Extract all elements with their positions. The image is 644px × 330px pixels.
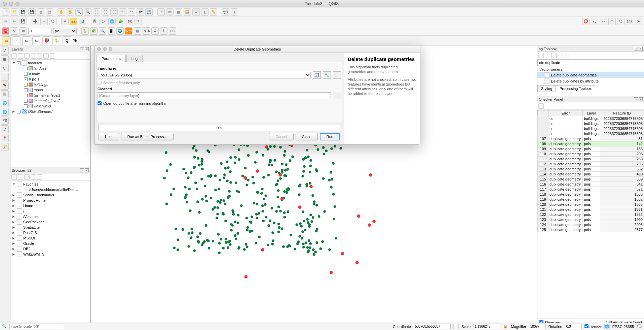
filter-legend-icon[interactable] <box>31 53 36 59</box>
add-vector-icon[interactable]: V <box>1 46 9 55</box>
expression-icon[interactable]: 👹 <box>42 36 51 45</box>
table-row[interactable]: 117duplicate geometrypois571 <box>538 187 644 192</box>
table-row[interactable]: osbuildings-9223372036854775808 <box>538 131 644 136</box>
save-icon[interactable]: 💾 <box>20 8 27 16</box>
add-browser-icon[interactable] <box>11 174 17 180</box>
cursor-icon[interactable]: ➤ <box>635 18 642 25</box>
layers-tree[interactable]: ▼✓module8 landusepofw✓poisbuildingsroads… <box>10 60 90 167</box>
table-row[interactable]: 116duplicate geometrypois541 <box>538 182 644 187</box>
add-arcgis-icon[interactable]: 🗺 <box>1 117 9 125</box>
browser-item[interactable]: ▶/ <box>11 208 89 214</box>
rot-value[interactable] <box>565 324 582 329</box>
diagram-icon[interactable]: 📊 <box>79 18 86 25</box>
layer-item[interactable]: ✓pois <box>11 76 89 82</box>
curve-icon[interactable]: 〰 <box>600 18 607 25</box>
plugins-icon[interactable]: 🧩 <box>90 27 98 35</box>
advanced-icon[interactable]: 🔧 <box>323 71 331 79</box>
browser-item[interactable]: /Users/codrinamariailie/Des… <box>11 187 89 192</box>
tab-log[interactable]: Log <box>126 55 143 62</box>
grid-tool-icon[interactable]: ▦ <box>134 27 141 35</box>
undock-icon[interactable]: ▫ <box>80 168 84 172</box>
browser-item[interactable]: ▼Favorites <box>11 182 89 187</box>
refresh-browser-icon[interactable] <box>18 174 23 180</box>
browser-item[interactable]: ▶Home <box>11 203 89 208</box>
crs-label[interactable]: EPSG:28355 <box>612 325 634 329</box>
save-as-icon[interactable]: 💾 <box>28 8 36 16</box>
table-row[interactable]: 121duplicate geometrypois1561 <box>538 207 644 212</box>
osm-icon[interactable]: 🗺 <box>126 18 133 25</box>
close-button[interactable]: Close <box>296 133 318 140</box>
browser-item[interactable]: ▶GeoPackage <box>11 219 89 225</box>
batch-button[interactable]: Run as Batch Process... <box>121 133 174 140</box>
zoom-out-icon[interactable]: 🔍 <box>84 8 91 16</box>
wms-icon[interactable]: 🌐 <box>108 18 116 25</box>
expression-build-icon[interactable]: 🐍 <box>52 36 61 45</box>
close-panel-icon[interactable]: × <box>639 47 643 51</box>
tab-styling[interactable]: Styling <box>537 85 556 92</box>
table-row[interactable]: 123duplicate geometrypois1999 <box>538 217 644 222</box>
run-button[interactable]: Run <box>320 133 340 140</box>
table-row[interactable]: osbuildings-9223372036854775808 <box>538 116 644 121</box>
result-group[interactable]: Vector general <box>537 67 644 72</box>
add-wms-icon[interactable]: 🌐 <box>1 99 9 107</box>
add-feature-icon[interactable]: ➕ <box>32 18 39 25</box>
lock-icon[interactable]: 🔒 <box>503 324 508 329</box>
table-row[interactable]: 118duplicate geometrypois1530 <box>538 192 644 197</box>
ref-icon[interactable]: Ref <box>125 27 132 35</box>
filter-browser-icon[interactable] <box>24 174 30 180</box>
grid-icon[interactable]: ⊞ <box>20 27 27 35</box>
add-csv-icon[interactable]: , <box>1 73 9 81</box>
db-manager-icon[interactable]: 🗄 <box>91 18 98 25</box>
render-checkbox[interactable]: Render <box>584 324 602 329</box>
table-row[interactable]: 111duplicate geometrypois268 <box>538 157 644 162</box>
no-action-icon[interactable]: ⭕ <box>582 18 590 25</box>
zoom-last-icon[interactable]: ↶ <box>119 8 126 16</box>
open-output-checkbox[interactable]: Open output file after running algorithm <box>98 101 341 105</box>
result-item[interactable]: Delete duplicate geometries <box>537 72 644 78</box>
python-icon[interactable]: 🐍 <box>81 27 89 35</box>
refresh-icon[interactable]: 🔄 <box>145 8 153 16</box>
add-virtual-icon[interactable]: V <box>1 125 9 133</box>
select-icon[interactable]: ▭ <box>166 8 174 16</box>
select-expr-icon[interactable]: ε <box>12 36 21 45</box>
undock-icon[interactable]: ▫ <box>634 97 638 101</box>
pan-icon[interactable]: ✋ <box>58 8 65 16</box>
open-project-icon[interactable]: 📁 <box>11 8 18 16</box>
tab-parameters[interactable]: Parameters <box>97 55 126 62</box>
topology-icon[interactable]: ⬡ <box>617 18 624 25</box>
coord-capture-icon[interactable]: xy <box>591 18 598 25</box>
layout-icon[interactable]: 🖨 <box>37 8 44 16</box>
table-row[interactable]: 124duplicate geometrypois2008 <box>538 222 644 227</box>
zoom-next-icon[interactable]: ↷ <box>128 8 135 16</box>
input-layer-select[interactable]: pois [EPSG:28355] <box>98 72 311 78</box>
add-spatialite-icon[interactable]: 🪶 <box>1 81 9 90</box>
toolbox-icon[interactable]: ⚙ <box>192 8 200 16</box>
table-row[interactable]: osbuildings-9223372036854775808 <box>538 126 644 131</box>
iterate-icon[interactable]: 🔄 <box>313 71 321 79</box>
add-wfs-icon[interactable]: 🌐 <box>1 108 9 116</box>
add-postgis-icon[interactable]: 🐘 <box>1 90 9 98</box>
layer-item[interactable]: waterways <box>11 103 89 109</box>
processing-icon[interactable]: ⚙ <box>151 27 159 35</box>
annotation-icon[interactable]: T <box>231 8 238 16</box>
coord-value[interactable] <box>414 324 451 329</box>
select-all-icon[interactable]: ▭ <box>32 36 41 45</box>
options-icon[interactable] <box>564 53 569 58</box>
history-icon[interactable] <box>545 53 550 58</box>
table-row[interactable]: 114duplicate geometrypois490 <box>538 172 644 177</box>
browser-item[interactable]: ▶SpatiaLite <box>11 225 89 230</box>
browser-item[interactable]: ▶Spatial Bookmarks <box>11 192 89 198</box>
layer-item[interactable]: tasmania_level1 <box>11 93 89 98</box>
table-row[interactable]: 125duplicate geometrypois2577 <box>538 227 644 232</box>
undock-icon[interactable]: ▫ <box>634 47 638 51</box>
georeference-icon[interactable]: ⬡ <box>100 18 107 25</box>
close-panel-icon[interactable]: × <box>85 168 89 172</box>
tab-processing-toolbox[interactable]: Processing Toolbox <box>556 85 595 92</box>
browser-item[interactable]: ▶Oracle <box>11 241 89 246</box>
messages-icon[interactable]: 💬 <box>637 324 642 329</box>
new-map-icon[interactable]: 🗺 <box>137 8 144 16</box>
table-row[interactable]: osbuildings-9223372036854775808 <box>538 121 644 126</box>
table-row[interactable]: 113duplicate geometrypois332 <box>538 167 644 172</box>
identify-icon[interactable]: ℹ <box>157 8 165 16</box>
field-calc-icon[interactable]: 🧮 <box>184 8 191 16</box>
